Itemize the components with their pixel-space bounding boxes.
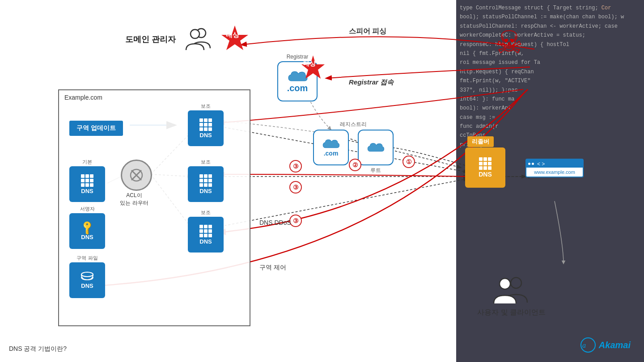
resolver-label: 리졸버 — [467, 136, 494, 147]
svg-line-5 — [212, 179, 467, 228]
zone-file-dns-node: 구역 파일 DNS — [69, 255, 105, 298]
domain-manager-label: 도메인 관리자 — [125, 34, 176, 45]
acl-router-node — [121, 160, 152, 191]
primary-dns-label: DNS — [81, 188, 93, 194]
browser-url-label: www.example.com — [526, 168, 583, 177]
domain-manager-area: 도메인 관리자 대상 — [125, 25, 250, 54]
registrar-burst-area: 대상 — [300, 55, 326, 81]
registrar-access-label: Registrar 접속 — [349, 78, 394, 87]
zone-file-dns-box: DNS — [69, 262, 105, 298]
spear-phishing-label: 스피어 피싱 — [349, 27, 386, 36]
zone-control-label: 구역 제어 — [259, 264, 286, 272]
resolver-dns-box: DNS — [465, 147, 505, 188]
signer-dns-node: 서명자 🔑 DNS — [69, 206, 105, 249]
person-svg — [182, 27, 214, 51]
aux3-label: 보조 — [201, 209, 211, 216]
step1-circle: ① — [402, 156, 415, 168]
domain-target-burst: 대상 — [220, 25, 250, 54]
step3-circle-3: ③ — [289, 215, 302, 227]
aux-dns3-node: 보조 DNS — [188, 209, 224, 253]
root-cloud-area: 루트 — [358, 130, 394, 174]
primary-label: 기본 — [82, 159, 92, 165]
code-brackets-icon: < > — [537, 161, 546, 166]
registrar-dot-com: .com — [287, 83, 308, 93]
primary-dns-node: 기본 DNS — [69, 159, 105, 202]
signer-dns-box: 🔑 DNS — [69, 213, 105, 249]
resolver-area: 리졸버 DNS — [465, 147, 505, 188]
root-cloud-icon — [367, 142, 385, 153]
step3-circle-2: ③ — [289, 181, 302, 194]
aux-dns3-box: DNS — [188, 217, 224, 253]
registry-com-cloud: .com — [313, 130, 349, 165]
registrar-target-label: 대상 — [303, 60, 316, 68]
registry-com-icon — [322, 138, 340, 150]
skull-icon: ☠ — [495, 27, 523, 58]
svg-point-20 — [500, 278, 510, 289]
browser-titlebar: < > — [526, 160, 583, 168]
signer-label: 서명자 — [80, 206, 95, 212]
database-icon — [80, 272, 94, 282]
aux2-label: 보조 — [201, 159, 211, 165]
registrar-area: Registrar .com 대상 — [277, 54, 318, 101]
primary-dns-box: DNS — [69, 166, 105, 202]
aux-dns1-node: 보조 DNS — [188, 103, 224, 146]
aux-dns2-label: DNS — [199, 188, 212, 194]
akamai-text: Akamai — [599, 340, 631, 350]
svg-text:a: a — [582, 341, 586, 349]
registry-com-label: .com — [324, 150, 339, 157]
aux-dns2-node: 보조 DNS — [188, 159, 224, 202]
svg-point-17 — [191, 29, 199, 38]
example-com-label: Example.com — [64, 94, 102, 101]
users-label: 사용자 및 클라이언트 — [477, 308, 546, 317]
browser-dot2 — [532, 163, 534, 165]
browser-box: < > www.example.com — [525, 159, 584, 177]
acl-label: ACL이있는 라우터 — [112, 192, 157, 207]
root-label: 루트 — [370, 167, 381, 174]
svg-point-19 — [511, 278, 521, 288]
step2-circle: ② — [349, 159, 361, 171]
x-icon — [130, 168, 143, 182]
registrar-burst-star — [300, 55, 326, 81]
svg-text:< >: < > — [537, 161, 545, 166]
step3-circle-1: ③ — [289, 160, 302, 173]
zone-update-button[interactable]: 구역 업데이트 — [69, 121, 123, 136]
aux-dns2-box: DNS — [188, 166, 224, 202]
domain-target-label: 대상 — [226, 31, 239, 39]
svg-point-10 — [81, 272, 93, 277]
aux-dns1-box: DNS — [188, 110, 224, 146]
aux-dns3-label: DNS — [199, 238, 212, 245]
resolver-dns-label: DNS — [479, 171, 492, 178]
zone-update-area: 구역 업데이트 — [69, 121, 123, 136]
akamai-logo: a Akamai — [580, 337, 631, 353]
aux-dns1-label: DNS — [199, 132, 212, 139]
users-group-icon — [491, 277, 532, 306]
zone-file-dns-label: DNS — [81, 282, 93, 289]
root-cloud — [358, 130, 394, 165]
dns-ddos-label: DNS DDoS — [259, 219, 291, 226]
person-group-icon — [182, 27, 214, 51]
registry-label: 레지스트리 — [313, 121, 394, 128]
browser-dot1 — [528, 163, 530, 165]
page-title: DNS 공격 기법이란? — [9, 345, 67, 353]
users-area: 사용자 및 클라이언트 — [477, 277, 546, 317]
aux1-label: 보조 — [201, 103, 211, 109]
zone-file-label: 구역 파일 — [76, 255, 97, 261]
akamai-logo-icon: a — [580, 337, 596, 353]
